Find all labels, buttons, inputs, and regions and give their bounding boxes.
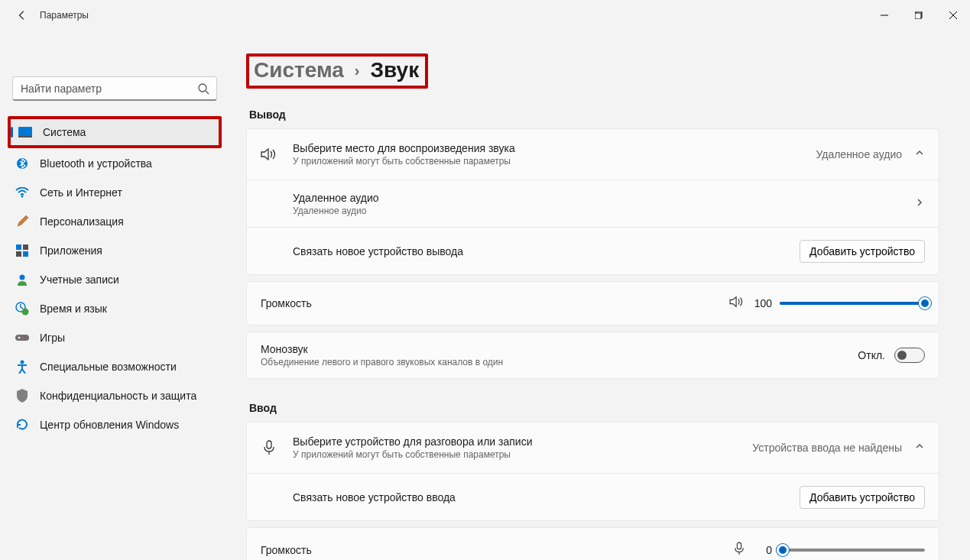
apps-icon [15,244,29,257]
input-select-row[interactable]: Выберите устройство для разговора или за… [247,422,939,473]
sidebar-item-bluetooth[interactable]: Bluetooth и устройства [8,149,222,178]
output-select-title: Выберите место для воспроизведения звука [293,142,515,154]
sidebar-item-label: Игры [40,332,65,344]
breadcrumb-highlight: Система › Звук [246,53,428,89]
svg-point-6 [21,196,24,198]
breadcrumb: Система › Звук [249,57,425,86]
sidebar-item-accounts[interactable]: Учетные записи [8,265,222,294]
breadcrumb-current: Звук [371,58,420,83]
input-pair-title: Связать новое устройство ввода [293,491,456,503]
minimize-button[interactable] [867,3,901,28]
output-section-header: Вывод [249,108,939,121]
output-select-status: Удаленное аудио [816,148,902,160]
search-icon [197,83,209,98]
clock-globe-icon [15,302,29,316]
input-volume-slider[interactable] [780,549,925,552]
close-button[interactable] [936,3,970,28]
svg-rect-19 [737,542,741,549]
speaker-icon[interactable] [729,296,745,311]
svg-rect-10 [23,251,28,257]
output-volume-slider[interactable] [780,302,925,305]
sidebar-item-system[interactable]: Система [8,116,222,148]
output-pair-row: Связать новое устройство вывода Добавить… [247,227,939,274]
sidebar-item-label: Специальные возможности [40,361,177,373]
titlebar: Параметры [0,0,970,31]
sidebar-item-label: Конфиденциальность и защита [40,390,196,402]
brush-icon [15,215,29,228]
sidebar-item-label: Система [43,126,86,138]
window-controls [867,3,970,28]
sidebar-item-personalization[interactable]: Персонализация [8,207,222,236]
add-input-device-button[interactable]: Добавить устройство [800,486,925,509]
svg-point-11 [20,275,25,280]
svg-rect-1 [915,13,921,19]
svg-point-17 [21,361,24,364]
input-volume-label: Громкость [261,544,312,556]
svg-point-13 [22,309,29,316]
sidebar-item-label: Bluetooth и устройства [40,157,152,170]
breadcrumb-parent[interactable]: Система [254,58,344,83]
output-device-group: Выберите место для воспроизведения звука… [246,128,939,275]
microphone-icon [261,440,277,455]
sidebar-item-apps[interactable]: Приложения [8,236,222,265]
update-icon [15,418,29,432]
chevron-up-icon [914,147,925,161]
svg-point-15 [18,337,21,339]
app-title: Параметры [40,10,89,21]
sidebar-item-gaming[interactable]: Игры [8,323,222,352]
input-volume-value: 0 [752,544,772,556]
system-icon [18,125,32,139]
output-volume-label: Громкость [261,297,312,309]
sidebar-item-privacy[interactable]: Конфиденциальность и защита [8,381,222,410]
input-select-sub: У приложений могут быть собственные пара… [293,449,532,460]
add-output-device-button[interactable]: Добавить устройство [800,240,925,263]
input-volume-row: Громкость 0 [246,527,939,560]
sidebar-item-accessibility[interactable]: Специальные возможности [8,352,222,381]
mono-title: Монозвук [261,343,503,355]
svg-rect-4 [18,136,32,138]
speaker-icon [261,147,277,161]
svg-point-16 [24,337,27,339]
sidebar: Система Bluetooth и устройства Сеть и Ин… [0,31,229,560]
output-device-sub: Удаленное аудио [293,206,379,216]
gamepad-icon [15,331,29,345]
sidebar-item-label: Учетные записи [40,274,119,286]
sidebar-item-network[interactable]: Сеть и Интернет [8,178,222,207]
output-device-row[interactable]: Удаленное аудио Удаленное аудио [247,180,939,227]
mono-state-label: Откл. [858,349,885,361]
output-pair-title: Связать новое устройство вывода [293,245,463,257]
person-icon [15,273,29,286]
sidebar-item-label: Приложения [40,244,102,257]
accessibility-icon [15,360,29,374]
mono-sub: Объединение левого и правого звуковых ка… [261,357,503,367]
sidebar-item-label: Время и язык [40,303,107,315]
output-volume-row: Громкость 100 [246,281,939,325]
svg-rect-7 [16,244,21,250]
wifi-icon [15,186,29,199]
svg-rect-3 [18,127,32,136]
sidebar-item-label: Персонализация [40,215,124,228]
output-device-title: Удаленное аудио [293,192,379,204]
back-button[interactable] [9,2,35,28]
svg-point-2 [199,84,206,92]
shield-icon [15,389,29,403]
main-content: Система › Звук Вывод Выберите место для … [229,31,970,560]
chevron-right-icon [914,197,925,211]
chevron-right-icon: › [355,62,360,79]
chevron-up-icon [914,441,925,455]
sidebar-item-windows-update[interactable]: Центр обновления Windows [8,410,222,439]
microphone-icon[interactable] [734,542,745,558]
sidebar-item-time-language[interactable]: Время и язык [8,294,222,323]
sidebar-item-label: Центр обновления Windows [40,419,179,431]
svg-rect-18 [267,441,271,448]
input-select-title: Выберите устройство для разговора или за… [293,435,532,448]
nav-list: Система Bluetooth и устройства Сеть и Ин… [8,116,222,439]
mono-toggle[interactable] [894,348,925,363]
maximize-button[interactable] [901,3,936,28]
search-input[interactable] [12,76,217,101]
bluetooth-icon [15,157,29,170]
output-select-row[interactable]: Выберите место для воспроизведения звука… [247,129,939,180]
svg-rect-14 [15,335,29,341]
input-section-header: Ввод [249,402,939,414]
output-volume-value: 100 [752,297,772,309]
